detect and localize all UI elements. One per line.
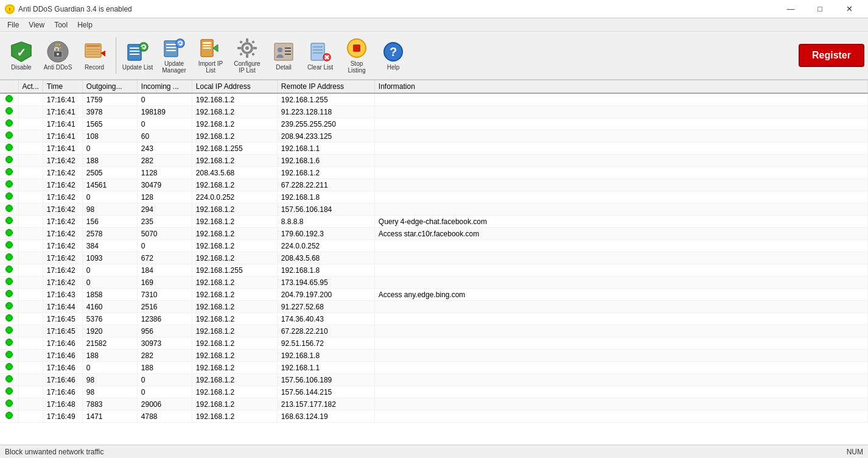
info-cell: [374, 179, 867, 191]
table-row[interactable]: 17:16:42 0 169 192.168.1.2 173.194.65.95: [0, 277, 868, 289]
local-ip-cell: 192.168.1.2: [192, 93, 277, 106]
time-cell: 17:16:49: [43, 410, 82, 423]
minimize-button[interactable]: —: [777, 2, 805, 16]
table-row[interactable]: 17:16:41 108 60 192.168.1.2 208.94.233.1…: [0, 130, 868, 143]
status-dot: [5, 363, 13, 370]
outgoing-cell: 1093: [82, 252, 137, 264]
remote-ip-cell: 192.168.1.255: [277, 93, 374, 106]
title-bar-text: Anti DDoS Guardian 3.4 is enabled: [18, 5, 132, 13]
toolbar: ✓ Disable Anti DDoS Anti DDoS: [0, 32, 868, 80]
local-ip-cell: 192.168.1.2: [192, 106, 277, 118]
register-button[interactable]: Register: [799, 44, 864, 67]
incoming-cell: 5070: [137, 228, 192, 240]
outgoing-cell: 384: [82, 240, 137, 252]
status-cell: [0, 362, 18, 374]
table-row[interactable]: 17:16:42 0 128 224.0.0.252 192.168.1.8: [0, 191, 868, 203]
table-row[interactable]: 17:16:42 2505 1128 208.43.5.68 192.168.1…: [0, 167, 868, 179]
remote-ip-cell: 239.255.255.250: [277, 118, 374, 130]
info-cell: [374, 240, 867, 252]
import-ip-list-button[interactable]: Import IP List: [193, 35, 228, 76]
table-row[interactable]: 17:16:42 1093 672 192.168.1.2 208.43.5.6…: [0, 252, 868, 264]
help-icon: ?: [382, 41, 404, 63]
table-row[interactable]: 17:16:41 0 243 192.168.1.255 192.168.1.1: [0, 143, 868, 155]
table-row[interactable]: 17:16:46 0 188 192.168.1.2 192.168.1.1: [0, 362, 868, 374]
incoming-cell: 128: [137, 191, 192, 203]
table-row[interactable]: 17:16:41 3978 198189 192.168.1.2 91.223.…: [0, 106, 868, 118]
maximize-button[interactable]: □: [806, 2, 834, 16]
configure-ip-list-button[interactable]: Configure IP List: [229, 35, 265, 76]
table-row[interactable]: 17:16:43 1858 7310 192.168.1.2 204.79.19…: [0, 289, 868, 301]
outgoing-cell: 188: [82, 350, 137, 362]
table-row[interactable]: 17:16:42 2578 5070 192.168.1.2 179.60.19…: [0, 228, 868, 240]
help-label: Help: [387, 64, 400, 71]
update-manager-button[interactable]: Update Manager: [156, 35, 192, 76]
record-button[interactable]: Record: [77, 35, 112, 76]
table-row[interactable]: 17:16:42 188 282 192.168.1.2 192.168.1.6: [0, 155, 868, 167]
action-cell: [18, 350, 43, 362]
table-row[interactable]: 17:16:42 156 235 192.168.1.2 8.8.8.8 Que…: [0, 216, 868, 228]
menu-tool[interactable]: Tool: [49, 19, 72, 30]
stop-listing-button[interactable]: Stop Listing: [339, 35, 374, 76]
action-cell: [18, 191, 43, 203]
status-dot: [5, 192, 13, 200]
table-row[interactable]: 17:16:45 1920 956 192.168.1.2 67.228.22.…: [0, 325, 868, 337]
time-cell: 17:16:46: [43, 374, 82, 386]
outgoing-cell: 0: [82, 191, 137, 203]
status-dot: [5, 253, 13, 261]
table-row[interactable]: 17:16:45 5376 12386 192.168.1.2 174.36.4…: [0, 313, 868, 325]
time-cell: 17:16:42: [43, 179, 82, 191]
status-cell: [0, 410, 18, 423]
stop-listing-icon: [346, 37, 368, 59]
table-row[interactable]: 17:16:46 188 282 192.168.1.2 192.168.1.8: [0, 350, 868, 362]
table-row[interactable]: 17:16:42 14561 30479 192.168.1.2 67.228.…: [0, 179, 868, 191]
outgoing-cell: 98: [82, 386, 137, 398]
menu-help[interactable]: Help: [72, 19, 97, 30]
table-row[interactable]: 17:16:42 384 0 192.168.1.2 224.0.0.252: [0, 240, 868, 252]
title-bar-controls: — □ ✕: [777, 2, 863, 16]
menu-file[interactable]: File: [2, 19, 24, 30]
anti-ddos-button[interactable]: Anti DDoS Anti DDoS: [40, 35, 75, 76]
table-row[interactable]: 17:16:42 98 294 192.168.1.2 157.56.106.1…: [0, 203, 868, 216]
status-cell: [0, 350, 18, 362]
update-list-button[interactable]: Update List: [120, 35, 155, 76]
detail-button[interactable]: Detail: [266, 35, 301, 76]
incoming-cell: 235: [137, 216, 192, 228]
table-row[interactable]: 17:16:46 98 0 192.168.1.2 157.56.144.215: [0, 386, 868, 398]
disable-icon: ✓: [10, 41, 32, 63]
status-cell: [0, 191, 18, 203]
table-row[interactable]: 17:16:49 1471 4788 192.168.1.2 168.63.12…: [0, 410, 868, 423]
info-cell: [374, 264, 867, 277]
local-ip-cell: 192.168.1.2: [192, 350, 277, 362]
outgoing-cell: 1471: [82, 410, 137, 423]
anti-ddos-icon: Anti DDoS: [47, 41, 69, 63]
time-cell: 17:16:42: [43, 155, 82, 167]
remote-ip-cell: 91.227.52.68: [277, 301, 374, 313]
status-cell: [0, 289, 18, 301]
app-logo: !: [5, 4, 15, 14]
traffic-table-container[interactable]: Act... Time Outgoing... Incoming ... Loc…: [0, 80, 868, 445]
clear-list-button[interactable]: Clear List: [303, 35, 338, 76]
status-cell: [0, 325, 18, 337]
disable-button[interactable]: ✓ Disable: [4, 35, 39, 76]
table-row[interactable]: 17:16:42 0 184 192.168.1.255 192.168.1.8: [0, 264, 868, 277]
table-row[interactable]: 17:16:48 7883 29006 192.168.1.2 213.157.…: [0, 398, 868, 410]
remote-ip-cell: 67.228.22.210: [277, 325, 374, 337]
close-button[interactable]: ✕: [835, 2, 863, 16]
menu-view[interactable]: View: [24, 19, 49, 30]
help-button[interactable]: ? Help: [376, 35, 411, 76]
table-row[interactable]: 17:16:46 21582 30973 192.168.1.2 92.51.1…: [0, 337, 868, 350]
update-manager-icon: [163, 37, 185, 59]
status-dot: [5, 302, 13, 309]
local-ip-cell: 192.168.1.2: [192, 155, 277, 167]
table-row[interactable]: 17:16:46 98 0 192.168.1.2 157.56.106.189: [0, 374, 868, 386]
table-row[interactable]: 17:16:44 4160 2516 192.168.1.2 91.227.52…: [0, 301, 868, 313]
status-dot: [5, 229, 13, 236]
svg-rect-36: [246, 54, 248, 58]
clear-list-icon: [309, 41, 331, 63]
table-row[interactable]: 17:16:41 1759 0 192.168.1.2 192.168.1.25…: [0, 93, 868, 106]
table-row[interactable]: 17:16:41 1565 0 192.168.1.2 239.255.255.…: [0, 118, 868, 130]
time-cell: 17:16:41: [43, 118, 82, 130]
svg-rect-41: [239, 52, 243, 56]
remote-ip-cell: 157.56.144.215: [277, 386, 374, 398]
status-dot: [5, 107, 13, 114]
